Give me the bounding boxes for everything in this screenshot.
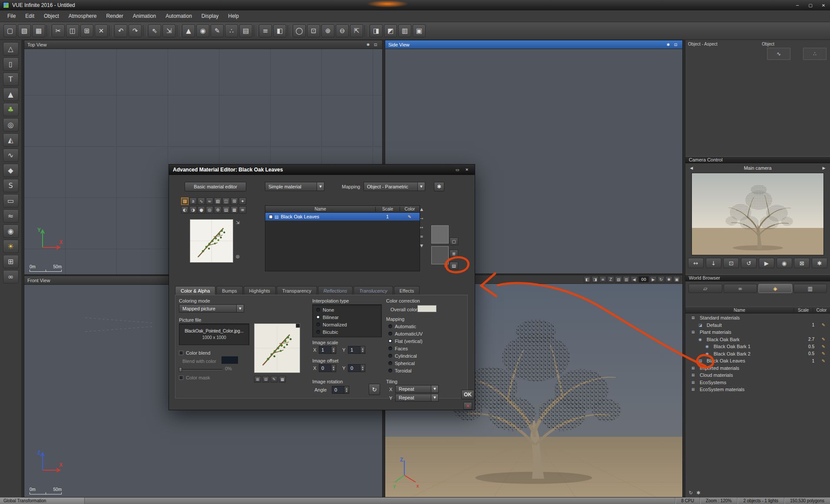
dialog-title-bar[interactable]: Advanced Material Editor: Black Oak Leav… <box>169 165 475 175</box>
viewport-options-icon[interactable]: ✱ <box>364 42 372 48</box>
edit-color-icon[interactable]: ✎ <box>817 359 830 363</box>
minimize-button[interactable]: ─ <box>791 0 804 10</box>
layer-thumbnail-2[interactable] <box>431 246 449 264</box>
viewport-maximize-icon[interactable]: ⊡ <box>672 42 679 48</box>
blend-color-swatch[interactable] <box>222 356 238 364</box>
zoom-in-button[interactable]: ⊕ <box>321 24 334 37</box>
coloring-mode-dropdown[interactable]: Mapped picture ▼ <box>179 304 244 313</box>
tiling-y-dropdown[interactable]: Repeat ▼ <box>395 394 439 402</box>
menu-file[interactable]: File <box>3 11 20 21</box>
viewport-options-icon[interactable]: ✱ <box>665 42 672 48</box>
select-area-button[interactable]: ⇲ <box>162 24 175 37</box>
previous-camera-icon[interactable]: ◀ <box>688 166 695 170</box>
move-right-icon[interactable]: → <box>420 216 423 221</box>
preview-resize-icon[interactable]: ⇲ <box>236 220 239 225</box>
mapping-radio-option[interactable]: AutomaticUV <box>388 330 423 337</box>
new-button[interactable]: ▢ <box>3 24 17 37</box>
next-frame-button[interactable]: ▶ <box>650 276 657 283</box>
edit-color-icon[interactable]: ✎ <box>817 337 830 342</box>
edit-color-icon[interactable]: ✎ <box>817 351 830 356</box>
world-browser-row[interactable]: ◉ Black Oak Bark 2.7 ✎ <box>685 336 830 343</box>
mapping-radio-option[interactable]: Automatic <box>388 323 423 330</box>
layer-thumbnail-1[interactable] <box>431 225 449 244</box>
ring-preview-button[interactable]: ◎ <box>206 206 213 214</box>
mapping-radio-option[interactable]: Toroidal <box>388 367 423 374</box>
menu-edit[interactable]: Edit <box>20 11 39 21</box>
pan-button[interactable]: ↔ <box>688 258 704 268</box>
tiling-x-dropdown[interactable]: Repeat ▼ <box>395 385 439 393</box>
material-tab[interactable]: Effects <box>394 286 420 295</box>
add-preview-button[interactable]: ⊕ <box>214 206 222 214</box>
links-tab[interactable]: ∞ <box>724 284 757 293</box>
material-options-gear-icon[interactable]: ✱ <box>434 182 444 191</box>
redo-button[interactable]: ↷ <box>129 24 142 37</box>
torus-tool[interactable]: ◎ <box>3 118 19 132</box>
sphere-preview-button[interactable]: ◐ <box>181 206 188 214</box>
view-options-button[interactable]: ✱ <box>665 276 672 283</box>
zoom-level[interactable]: Zoom : 120% <box>700 497 737 504</box>
lock-button[interactable]: ⊠ <box>794 258 810 268</box>
sync-browser-icon[interactable]: ↻ <box>689 490 693 496</box>
display-layers-button[interactable]: ▥ <box>398 24 411 37</box>
camera-settings-button[interactable]: ✱ <box>812 258 827 268</box>
cloud-tool[interactable]: ≈ <box>3 209 19 223</box>
dialog-close-button[interactable]: ✕ <box>463 167 471 173</box>
interpolation-radio-option[interactable]: Bilinear <box>316 313 378 321</box>
menu-object[interactable]: Object <box>39 11 64 21</box>
refresh-view-button[interactable]: ↻ <box>658 276 665 283</box>
close-button[interactable]: ✕ <box>817 0 830 10</box>
mapping-dropdown[interactable]: Object - Parametric ▼ <box>364 182 425 191</box>
menu-help[interactable]: Help <box>223 11 244 21</box>
image-scale-y-input[interactable]: 1▲▼ <box>348 346 365 354</box>
render-globe-button[interactable]: ◯ <box>293 24 306 37</box>
heightfield-button[interactable]: ▤ <box>239 24 252 37</box>
solid-preview-button[interactable]: ● <box>198 206 205 214</box>
split-view-icon[interactable]: ◨ <box>592 276 599 283</box>
world-browser-row[interactable]: ⊞ EcoSystem materials ✎ <box>685 386 830 393</box>
camera-tool[interactable]: ◉ <box>3 224 19 238</box>
maximize-button[interactable]: ▢ <box>804 0 817 10</box>
material-tab[interactable]: Transparency <box>277 286 317 295</box>
copy-button[interactable]: ◫ <box>66 24 79 37</box>
display-solid-button[interactable]: ◨ <box>370 24 383 37</box>
spline-tool[interactable]: S <box>3 179 19 192</box>
picture-preview[interactable] <box>254 323 300 373</box>
paste-button[interactable]: ⊞ <box>80 24 93 37</box>
cut-button[interactable]: ✂ <box>52 24 65 37</box>
dialog-minimize-button[interactable]: ▭ <box>453 167 461 173</box>
menu-atmosphere[interactable]: Atmosphere <box>64 11 102 21</box>
edit-picture-button[interactable]: ✎ <box>271 376 278 382</box>
dialog-close-button[interactable]: ✕ <box>463 402 472 410</box>
transform-button[interactable]: ⇱ <box>350 24 363 37</box>
add-channel-button[interactable]: ⊞ <box>231 198 238 205</box>
ecosystem-button[interactable]: ∴ <box>225 24 238 37</box>
materials-tab[interactable]: ◈ <box>758 284 792 293</box>
cone-tool[interactable]: ▲ <box>3 88 19 101</box>
stats-tab[interactable]: ▥ <box>794 284 827 293</box>
new-material-button[interactable]: ▢ <box>450 237 458 245</box>
ok-button[interactable]: OK <box>461 390 474 399</box>
mapping-radio-option[interactable]: Spherical <box>388 359 423 367</box>
slider-handle[interactable] <box>179 367 182 372</box>
preview-magnify-icon[interactable]: ◎ <box>236 254 240 259</box>
material-tab[interactable]: Color & Alpha <box>175 286 215 295</box>
display-split-button[interactable]: ◩ <box>384 24 397 37</box>
menu-render[interactable]: Render <box>101 11 128 21</box>
world-browser-row[interactable]: ◉ Black Oak Bark 1 0.5 ✎ <box>685 343 830 350</box>
texture-map-channel-button[interactable]: ▨ <box>181 198 188 205</box>
align-button[interactable]: ≡ <box>259 24 272 37</box>
plane-tool[interactable]: ▭ <box>3 194 19 208</box>
image-offset-x-input[interactable]: 0▲▼ <box>319 364 336 372</box>
remove-picture-button[interactable]: ⊟ <box>262 376 269 382</box>
mirror-button[interactable]: ◧ <box>273 24 286 37</box>
link-tool[interactable]: ∞ <box>3 270 19 283</box>
material-library-button[interactable]: ▤ <box>450 262 458 270</box>
snapshot-button[interactable]: ▣ <box>673 276 680 283</box>
transformation-mode[interactable]: Global Transformation <box>0 497 85 504</box>
metaball-tool[interactable]: ∿ <box>3 148 19 162</box>
curve-channel-button[interactable]: ∿ <box>198 198 205 205</box>
text-tool[interactable]: T <box>3 72 19 86</box>
menu-animation[interactable]: Animation <box>128 11 161 21</box>
interpolation-radio-option[interactable]: Normalized <box>316 321 378 328</box>
mix-channel-button[interactable]: ◫ <box>222 198 230 205</box>
